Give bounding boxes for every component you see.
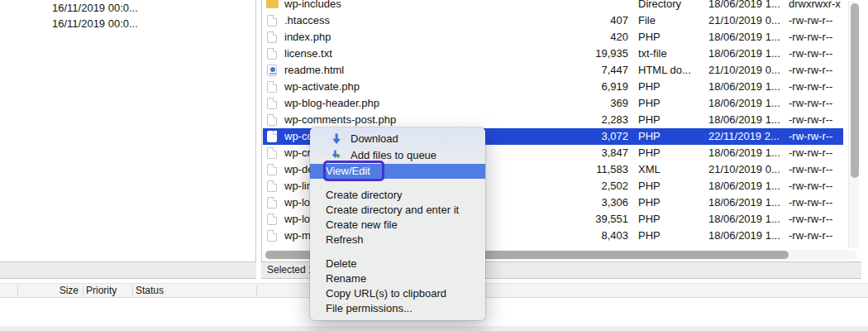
file-modified-cell: 21/10/2019 0... xyxy=(708,62,785,79)
vertical-scrollbar-thumb[interactable] xyxy=(851,3,859,178)
file-modified-cell: 18/06/2019 1... xyxy=(708,178,785,194)
file-size-cell: 3,072 xyxy=(511,128,628,145)
file-type-icon xyxy=(266,97,279,110)
remote-file-row[interactable]: .htaccess 407 File 21/10/2019 0... -rw-r… xyxy=(263,12,843,29)
queue-column-divider[interactable] xyxy=(256,285,257,296)
file-size-cell: 6,919 xyxy=(511,79,628,95)
menu-item-label: Create directory xyxy=(326,189,402,201)
file-icon xyxy=(267,98,277,109)
file-type-cell: PHP xyxy=(638,211,704,228)
file-icon xyxy=(267,48,277,60)
file-type-icon xyxy=(266,163,279,176)
local-modified-cell: 16/11/2019 00:0... xyxy=(52,2,138,14)
queue-column-divider[interactable] xyxy=(83,285,83,296)
remote-file-row[interactable]: wp-includes Directory 18/06/2019 1... dr… xyxy=(263,0,843,12)
file-size-cell: 11,583 xyxy=(511,161,628,178)
file-modified-cell: 18/06/2019 1... xyxy=(708,79,785,95)
file-name-cell: wp-co xyxy=(284,128,313,145)
queue-column-divider[interactable] xyxy=(17,285,18,296)
queue-header-size[interactable]: Size xyxy=(33,284,79,298)
file-perms-cell: -rw-rw-r-- xyxy=(789,112,843,128)
file-type-icon xyxy=(266,229,279,242)
file-modified-cell: 18/06/2019 1... xyxy=(708,194,785,211)
context-menu-items: Download Add files to queue View/Edit Cr… xyxy=(310,127,485,316)
menu-item-label: Download xyxy=(351,132,398,145)
html-icon xyxy=(267,65,277,76)
file-name-cell: wp-comments-post.php xyxy=(284,112,396,128)
menu-item-refresh[interactable]: Refresh xyxy=(310,233,485,247)
file-type-icon xyxy=(266,31,279,44)
menu-item-copy-urls-to-clipboard[interactable]: Copy URL(s) to clipboard xyxy=(310,286,485,301)
file-type-cell: PHP xyxy=(638,178,704,194)
file-icon xyxy=(267,114,277,126)
file-type-icon xyxy=(266,14,279,27)
menu-item-create-directory[interactable]: Create directory xyxy=(310,188,485,203)
file-modified-cell: 18/06/2019 1... xyxy=(708,29,785,46)
file-size-cell: 19,935 xyxy=(511,46,628,62)
file-size-cell: 7,447 xyxy=(511,62,628,79)
file-modified-cell: 18/06/2019 1... xyxy=(708,95,785,112)
vertical-scrollbar[interactable] xyxy=(848,1,859,248)
local-modified-cell: 16/11/2019 00:0... xyxy=(52,17,138,30)
menu-item-rename[interactable]: Rename xyxy=(310,271,485,286)
queue-header-status[interactable]: Status xyxy=(136,284,164,298)
file-type-icon xyxy=(266,180,279,193)
file-icon xyxy=(267,213,277,225)
local-panel: 16/11/2019 00:0... 16/11/2019 00:0... xyxy=(0,0,256,261)
file-modified-cell: 18/06/2019 1... xyxy=(708,0,785,12)
remote-file-row[interactable]: index.php 420 PHP 18/06/2019 1... -rw-rw… xyxy=(263,29,843,46)
file-size-cell: 3,306 xyxy=(511,194,628,211)
file-name-cell: license.txt xyxy=(284,46,332,62)
selection-status: Selected 1 xyxy=(267,264,314,276)
menu-item-create-new-file[interactable]: Create new file xyxy=(310,218,485,233)
file-type-cell: Directory xyxy=(638,0,704,12)
file-modified-cell: 18/06/2019 1... xyxy=(708,46,785,62)
remote-file-row[interactable]: wp-activate.php 6,919 PHP 18/06/2019 1..… xyxy=(263,79,843,95)
file-type-icon xyxy=(266,64,279,77)
file-type-cell: XML xyxy=(638,161,704,178)
file-icon xyxy=(267,180,277,192)
file-perms-cell: -rw-rw-r-- xyxy=(789,95,843,112)
file-type-cell: PHP xyxy=(638,128,704,145)
menu-item-delete[interactable]: Delete xyxy=(310,257,485,271)
file-size-cell: 369 xyxy=(511,95,628,112)
menu-item-create-directory-enter[interactable]: Create directory and enter it xyxy=(310,203,485,218)
file-icon xyxy=(267,164,277,175)
file-perms-cell: -rw-rw-r-- xyxy=(789,161,843,178)
remote-file-row[interactable]: wp-blog-header.php 369 PHP 18/06/2019 1.… xyxy=(263,95,843,112)
file-perms-cell: -rw-rw-r-- xyxy=(789,46,843,62)
local-status-bar xyxy=(0,261,256,279)
file-perms-cell: -rw-rw-r-- xyxy=(789,228,843,244)
file-perms-cell: -rw-rw-r-- xyxy=(789,194,843,211)
menu-item-label: Create new file xyxy=(326,218,398,231)
menu-item-label: File permissions... xyxy=(326,302,413,314)
queue-header-priority[interactable]: Priority xyxy=(86,284,117,298)
local-file-row[interactable]: 16/11/2019 00:0... xyxy=(0,16,255,31)
folder-icon xyxy=(266,0,279,8)
queue-column-divider[interactable] xyxy=(132,285,133,296)
file-type-icon xyxy=(266,0,279,11)
file-modified-cell: 18/06/2019 1... xyxy=(708,145,785,161)
menu-item-label: Copy URL(s) to clipboard xyxy=(326,287,446,300)
file-type-cell: File xyxy=(638,12,704,29)
remote-file-row[interactable]: readme.html 7,447 HTML do... 21/10/2019 … xyxy=(263,62,843,79)
file-type-icon xyxy=(266,113,279,127)
file-name-cell: wp-activate.php xyxy=(284,79,360,95)
file-type-icon xyxy=(266,47,279,60)
file-type-cell: PHP xyxy=(638,95,704,112)
file-perms-cell: drwxrwxr-x xyxy=(789,0,843,12)
file-type-cell: PHP xyxy=(638,228,704,244)
menu-item-file-permissions[interactable]: File permissions... xyxy=(310,301,485,316)
local-file-row[interactable]: 16/11/2019 00:0... xyxy=(0,0,255,16)
file-name-cell: wp-cr xyxy=(284,145,311,161)
remote-file-row[interactable]: wp-comments-post.php 2,283 PHP 18/06/201… xyxy=(263,112,843,128)
remote-file-row[interactable]: license.txt 19,935 txt-file 18/06/2019 1… xyxy=(263,46,843,62)
window-bottom-edge xyxy=(0,326,868,331)
file-icon xyxy=(267,31,277,43)
file-perms-cell: -rw-rw-r-- xyxy=(789,12,843,29)
file-perms-cell: -rw-rw-r-- xyxy=(789,128,843,145)
local-file-list: 16/11/2019 00:0... 16/11/2019 00:0... xyxy=(0,0,255,31)
file-type-cell: PHP xyxy=(638,112,704,128)
menu-item-download[interactable]: Download xyxy=(310,131,485,147)
file-icon xyxy=(267,15,277,26)
